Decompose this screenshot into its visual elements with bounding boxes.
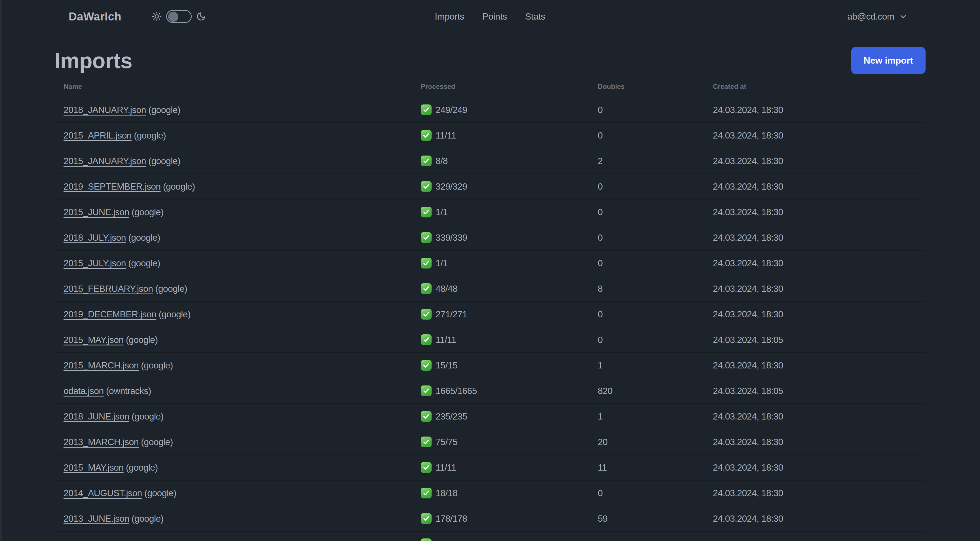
doubles-cell: 0 bbox=[589, 123, 704, 148]
import-name-cell: 2015_FEBRUARY.json (google) bbox=[54, 276, 412, 302]
scrollbar-track bbox=[0, 0, 2, 541]
table-header-row: Name Processed Doubles Created at bbox=[54, 73, 926, 97]
check-emoji bbox=[421, 207, 431, 217]
processed-count: 11/11 bbox=[436, 462, 456, 473]
processed-cell: 329/329 bbox=[412, 174, 589, 199]
processed-count: 15/15 bbox=[436, 360, 457, 371]
doubles-cell: 0 bbox=[589, 174, 704, 199]
table-row: 2015_JULY.json (google) 1/1 0 24.03.2024… bbox=[54, 251, 926, 276]
created-at-cell: 24.03.2024, 18:05 bbox=[704, 378, 926, 404]
processed-count: 178/178 bbox=[436, 513, 467, 524]
check-emoji bbox=[421, 232, 431, 243]
page-header: Imports New import bbox=[54, 51, 926, 73]
created-at-cell: 24.03.2024, 18:30 bbox=[704, 251, 926, 276]
imports-table: Name Processed Doubles Created at 2018_J… bbox=[54, 73, 926, 541]
import-source-label: (google) bbox=[156, 309, 191, 319]
processed-count: 329/329 bbox=[436, 181, 467, 192]
import-file-link[interactable]: 2013_MARCH.json bbox=[64, 437, 138, 447]
import-name-cell: 2014_AUGUST.json (google) bbox=[54, 480, 412, 506]
created-at-cell: 24.03.2024, 18:30 bbox=[704, 302, 926, 327]
processed-count: 8/8 bbox=[436, 155, 448, 167]
import-file-link[interactable]: 2014_AUGUST.json bbox=[64, 488, 142, 498]
nav-points[interactable]: Points bbox=[482, 11, 507, 22]
col-header-created-at: Created at bbox=[704, 73, 926, 97]
created-at-cell bbox=[704, 531, 926, 541]
import-source-label: (google) bbox=[126, 233, 160, 243]
nav-stats[interactable]: Stats bbox=[525, 11, 545, 22]
import-name-cell: 2019_SEPTEMBER.json (google) bbox=[54, 174, 412, 199]
check-emoji bbox=[421, 334, 431, 345]
check-emoji bbox=[421, 181, 431, 192]
doubles-cell: 1 bbox=[589, 353, 704, 378]
import-file-link[interactable]: odata.json bbox=[64, 386, 104, 396]
nav-imports[interactable]: Imports bbox=[435, 11, 464, 22]
import-file-link[interactable]: 2019_SEPTEMBER.json bbox=[64, 181, 161, 192]
import-file-link[interactable]: 2018_JULY.json bbox=[64, 233, 126, 243]
import-file-link[interactable]: 2015_JANUARY.json bbox=[64, 156, 146, 166]
processed-cell: 48/48 bbox=[412, 276, 589, 302]
table-row: 2015_APRIL.json (google) 11/11 0 24.03.2… bbox=[54, 123, 926, 148]
processed-count: 1/1 bbox=[436, 206, 448, 218]
import-name-cell: 2015_JUNE.json (google) bbox=[54, 199, 412, 225]
import-name-cell: 2013_JUNE.json (google) bbox=[54, 506, 412, 531]
table-row: 2018_JUNE.json (google) 235/235 1 24.03.… bbox=[54, 404, 926, 429]
import-name-cell bbox=[54, 531, 412, 541]
import-file-link[interactable]: 2018_JANUARY.json bbox=[64, 105, 146, 115]
import-file-link[interactable]: 2019_DECEMBER.json bbox=[64, 309, 156, 319]
moon-icon bbox=[196, 12, 206, 21]
col-header-name: Name bbox=[54, 73, 412, 97]
import-name-cell: 2015_JULY.json (google) bbox=[54, 251, 412, 276]
check-emoji bbox=[421, 538, 431, 541]
doubles-cell: 0 bbox=[589, 480, 704, 506]
check-emoji bbox=[421, 258, 431, 268]
import-file-link[interactable]: 2015_MARCH.json bbox=[64, 360, 138, 370]
processed-cell: 18/18 bbox=[412, 480, 589, 506]
import-file-link[interactable]: 2015_JULY.json bbox=[64, 258, 126, 268]
doubles-cell: 1 bbox=[589, 404, 704, 429]
import-file-link[interactable]: 2015_MAY.json bbox=[64, 335, 124, 345]
created-at-cell: 24.03.2024, 18:30 bbox=[704, 225, 926, 251]
toggle-knob bbox=[168, 12, 178, 22]
check-emoji bbox=[421, 156, 431, 166]
import-file-link[interactable]: 2015_APRIL.json bbox=[64, 130, 132, 140]
import-file-link[interactable]: 2015_MAY.json bbox=[64, 462, 124, 472]
processed-count: 1/1 bbox=[436, 257, 448, 269]
created-at-cell: 24.03.2024, 18:30 bbox=[704, 429, 926, 455]
table-row: 2015_MARCH.json (google) 15/15 1 24.03.2… bbox=[54, 353, 926, 378]
processed-cell: 11/11 bbox=[412, 327, 589, 353]
theme-toggle[interactable] bbox=[166, 10, 192, 23]
user-menu[interactable]: ab@cd.com bbox=[847, 0, 907, 33]
import-source-label: (owntracks) bbox=[104, 386, 151, 396]
table-row: 2015_FEBRUARY.json (google) 48/48 8 24.0… bbox=[54, 276, 926, 302]
created-at-cell: 24.03.2024, 18:30 bbox=[704, 506, 926, 531]
created-at-cell: 24.03.2024, 18:05 bbox=[704, 327, 926, 353]
app-logo[interactable]: DaWarIch bbox=[68, 10, 121, 23]
created-at-cell: 24.03.2024, 18:30 bbox=[704, 97, 926, 123]
processed-count: 48/48 bbox=[436, 283, 457, 294]
processed-cell: 11/11 bbox=[412, 123, 589, 148]
table-row: 2015_MAY.json (google) 11/11 11 24.03.20… bbox=[54, 455, 926, 480]
import-source-label: (google) bbox=[126, 258, 160, 268]
check-emoji bbox=[421, 130, 431, 141]
import-file-link[interactable]: 2015_JUNE.json bbox=[64, 207, 129, 217]
processed-count: 1665/1665 bbox=[436, 385, 477, 397]
doubles-cell: 20 bbox=[589, 429, 704, 455]
doubles-cell: 2 bbox=[589, 148, 704, 174]
import-file-link[interactable]: 2013_JUNE.json bbox=[64, 514, 129, 524]
doubles-cell: 0 bbox=[589, 251, 704, 276]
import-file-link[interactable]: 2018_JUNE.json bbox=[64, 411, 129, 421]
doubles-cell: 0 bbox=[589, 302, 704, 327]
check-emoji bbox=[421, 309, 431, 319]
table-row: 2019_SEPTEMBER.json (google) 329/329 0 2… bbox=[54, 174, 926, 199]
import-name-cell: 2018_JUNE.json (google) bbox=[54, 404, 412, 429]
import-name-cell: 2019_DECEMBER.json (google) bbox=[54, 302, 412, 327]
import-source-label: (google) bbox=[138, 360, 173, 370]
chevron-down-icon bbox=[899, 13, 907, 20]
doubles-cell: 0 bbox=[589, 327, 704, 353]
import-file-link[interactable]: 2015_FEBRUARY.json bbox=[64, 284, 153, 294]
import-source-label: (google) bbox=[129, 207, 164, 217]
doubles-cell: 820 bbox=[589, 378, 704, 404]
processed-cell: 249/249 bbox=[412, 97, 589, 123]
new-import-button[interactable]: New import bbox=[851, 47, 926, 74]
processed-cell: 235/235 bbox=[412, 404, 589, 429]
